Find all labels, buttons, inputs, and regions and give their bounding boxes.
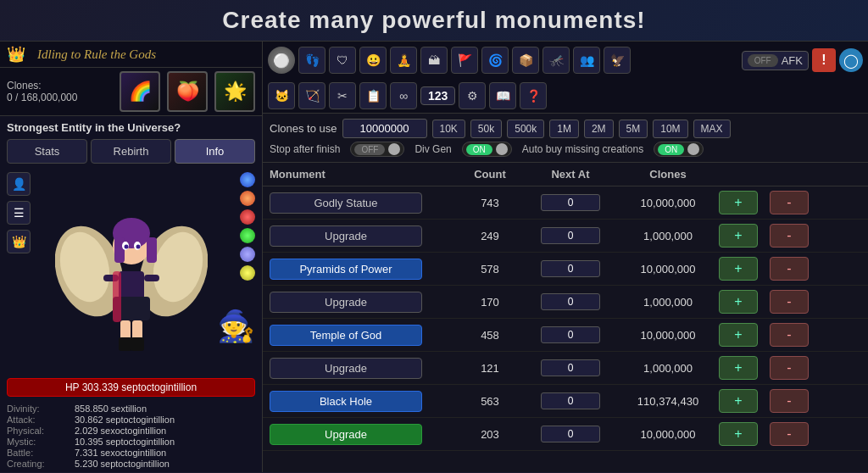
monument-upgrade-1[interactable]: Upgrade [270,225,422,247]
table-row: Black Hole 563 110,374,430 + - [263,385,868,418]
meditation-icon[interactable]: 🧘 [390,47,417,74]
preset-5m[interactable]: 5M [619,120,648,138]
plus-temple[interactable]: + [719,323,758,347]
book-icon[interactable]: 📖 [489,82,516,109]
table-row: Temple of God 458 10,000,000 + - [263,319,868,352]
tab-rebirth[interactable]: Rebirth [91,139,171,164]
crown-left-icon[interactable]: 👑 [7,230,31,253]
plus-godly-statue[interactable]: + [719,191,758,214]
next-at-upgrade-4[interactable] [541,426,600,442]
character-area: 🧙 👤 ☰ 👑 HP 303.339 septoctogintillion Di… [0,164,262,472]
plus-pyramids[interactable]: + [719,257,758,281]
auto-buy-label: Auto buy missing creations [522,143,643,155]
shield-icon[interactable]: 🛡 [329,47,356,74]
scissors-icon[interactable]: ✂ [329,82,356,109]
portrait-icon[interactable]: 👤 [7,172,31,196]
preset-max[interactable]: MAX [693,120,731,138]
minus-pyramids[interactable]: - [770,257,809,281]
afk-toggle[interactable]: OFF AFK [742,51,809,70]
avatar-2[interactable]: 🍑 [167,71,208,112]
minus-upgrade-3[interactable]: - [770,356,809,380]
infinity-icon[interactable]: ∞ [390,82,417,109]
count-upgrade-3: 121 [456,362,524,375]
next-at-black-hole[interactable] [541,392,600,409]
preset-10k[interactable]: 10K [432,120,465,138]
col-minus [770,168,821,181]
mountain-icon[interactable]: 🏔 [420,47,448,74]
minus-upgrade-2[interactable]: - [770,290,809,314]
minus-upgrade-1[interactable]: - [770,224,809,248]
monument-upgrade-2[interactable]: Upgrade [270,292,422,313]
face-icon[interactable]: 😀 [359,47,387,74]
div-gen-toggle[interactable]: ON [462,142,512,157]
info-tabs: Stats Rebirth Info [0,139,262,164]
toolbar-row1: ⚪ 👣 🛡 😀 🧘 🏔 🚩 🌀 📦 🦟 👥 🦅 OFF AFK ! ◯ [263,42,868,79]
minus-black-hole[interactable]: - [770,389,809,413]
stop-after-finish-toggle[interactable]: OFF [350,142,404,157]
preset-50k[interactable]: 50k [470,120,502,138]
bug-icon[interactable]: 🦟 [542,47,570,74]
svg-rect-9 [147,237,157,263]
col-next-at: Next At [524,168,617,181]
planet-icon[interactable]: ⚪ [268,47,295,74]
table-row: Upgrade 203 10,000,000 + - [263,418,868,451]
next-at-pyramids[interactable] [541,260,600,277]
table-row: Pyramids of Power 578 10,000,000 + - [263,253,868,286]
flag-icon[interactable]: 🚩 [451,47,478,74]
table-row: Upgrade 121 1,000,000 + - [263,352,868,385]
clones-to-use-label: Clones to use [270,122,337,135]
avatar-3[interactable]: 🌟 [214,71,255,112]
monument-black-hole[interactable]: Black Hole [270,391,422,412]
notification-red[interactable]: ! [812,48,836,72]
monument-upgrade-4[interactable]: Upgrade [270,424,422,445]
tab-info[interactable]: Info [175,139,255,164]
clones-input[interactable] [342,119,427,138]
preset-2m[interactable]: 2M [584,120,614,138]
auto-buy-toggle[interactable]: ON [654,142,704,157]
minus-godly-statue[interactable]: - [770,191,809,214]
plus-upgrade-4[interactable]: + [719,422,758,446]
clones-upgrade-1: 1,000,000 [617,230,719,242]
monument-table: Monument Count Next At Clones Godly Stat… [263,163,868,472]
next-at-godly-statue[interactable] [541,194,600,211]
clones-upgrade-2: 1,000,000 [617,296,719,309]
monument-upgrade-3[interactable]: Upgrade [270,358,422,379]
cat-icon[interactable]: 🐱 [268,82,295,109]
plus-upgrade-2[interactable]: + [719,290,758,314]
notification-blue[interactable]: ◯ [839,48,863,72]
eagle-icon[interactable]: 🦅 [604,47,631,74]
svg-rect-16 [119,337,132,351]
clipboard-icon[interactable]: 📋 [359,82,387,109]
plus-upgrade-1[interactable]: + [719,224,758,248]
preset-500k[interactable]: 500k [507,120,544,138]
preset-10m[interactable]: 10M [653,120,687,138]
stop-after-finish-label: Stop after finish [270,143,340,155]
bow-icon[interactable]: 🏹 [298,82,326,109]
next-at-temple[interactable] [541,326,600,343]
next-at-upgrade-2[interactable] [541,293,600,310]
svg-rect-8 [114,237,125,263]
clones-info: Clones: 0 / 168,000,000 [7,80,77,103]
minus-upgrade-4[interactable]: - [770,422,809,446]
next-at-upgrade-3[interactable] [541,359,600,376]
next-at-upgrade-1[interactable] [541,227,600,244]
menu-icon[interactable]: ☰ [7,201,31,225]
avatar-1[interactable]: 🌈 [120,71,160,112]
help-icon[interactable]: ❓ [520,82,547,109]
sphere-icon[interactable]: 🌀 [481,47,509,74]
left-icons[interactable]: 👤 ☰ 👑 [7,172,31,253]
banner-title: Create many powerful monuments! [222,7,645,33]
plus-upgrade-3[interactable]: + [719,356,758,380]
preset-1m[interactable]: 1M [549,120,579,138]
box-icon[interactable]: 📦 [512,47,539,74]
monument-temple[interactable]: Temple of God [270,325,422,346]
tab-stats[interactable]: Stats [7,139,87,164]
div-gen-dot [496,143,508,155]
settings-icon[interactable]: ⚙ [459,82,486,109]
monument-godly-statue[interactable]: Godly Statue [270,192,422,214]
monument-pyramids[interactable]: Pyramids of Power [270,259,422,280]
people-icon[interactable]: 👥 [573,47,600,74]
plus-black-hole[interactable]: + [719,389,758,413]
footprint-icon[interactable]: 👣 [298,47,326,74]
minus-temple[interactable]: - [770,323,809,347]
